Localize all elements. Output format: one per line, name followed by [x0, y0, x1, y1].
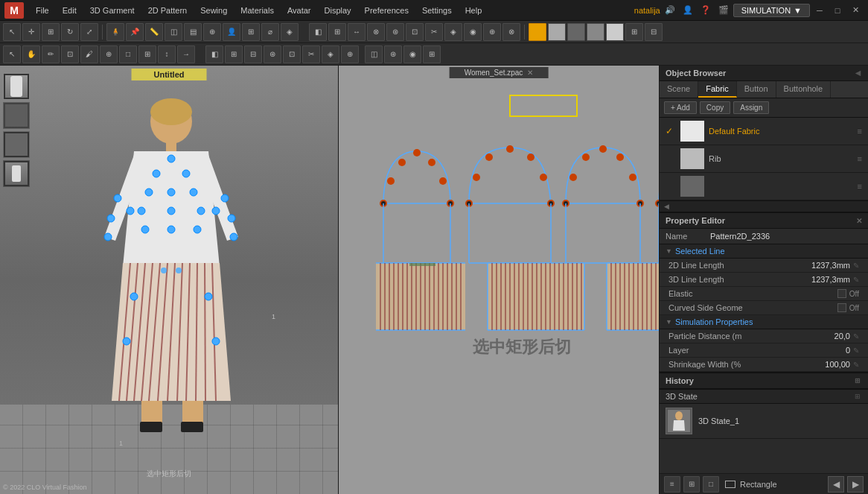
prop-elastic-checkbox[interactable]: Off	[837, 289, 859, 298]
state-settings-icon[interactable]: ⊞	[853, 392, 862, 401]
tool-arrange[interactable]: ⊕	[203, 23, 221, 41]
thumb-top[interactable]	[3, 131, 30, 158]
tab-scene[interactable]: Scene	[660, 81, 698, 98]
tool-scale[interactable]: ⤢	[80, 23, 98, 41]
tool-right3[interactable]: ↔	[348, 23, 366, 41]
bottom-btn-3[interactable]: □	[703, 476, 719, 493]
tool-avatar[interactable]: 👤	[223, 23, 240, 41]
tool2-sewing6[interactable]: ✂	[302, 45, 320, 63]
tool2-edit[interactable]: ⊡	[61, 45, 79, 63]
fabric-item-3[interactable]: ✓ ≡	[660, 173, 868, 200]
tool2-hand[interactable]: ✋	[22, 45, 40, 63]
menu-edit[interactable]: Edit	[57, 4, 83, 17]
tool2-paint[interactable]: 🖌	[80, 45, 98, 63]
simulation-button[interactable]: SIMULATION ▼	[733, 4, 810, 17]
property-editor-icon[interactable]: ✕	[856, 217, 862, 225]
nav-prev-button[interactable]: ◀	[828, 476, 844, 493]
menu-sewing[interactable]: Sewing	[194, 4, 233, 17]
tool-move[interactable]: ✛	[22, 23, 40, 41]
tool-mannequin[interactable]: 🧍	[106, 23, 124, 41]
menu-avatar[interactable]: Avatar	[281, 4, 317, 17]
tool2-extra1[interactable]: ◫	[365, 45, 383, 63]
menu-preferences[interactable]: Preferences	[359, 4, 415, 17]
color-light[interactable]	[606, 23, 624, 41]
tool-transform[interactable]: ⊞	[42, 23, 60, 41]
fabric-settings-default[interactable]: ≡	[858, 127, 862, 136]
tool-right5[interactable]: ⊛	[386, 23, 404, 41]
color-orange[interactable]	[529, 23, 546, 41]
tool-last1[interactable]: ⊞	[625, 23, 643, 41]
tool2-extra2[interactable]: ⊛	[384, 45, 402, 63]
panel-collapse-left[interactable]: ◀	[853, 69, 862, 77]
menu-help[interactable]: Help	[459, 4, 488, 17]
viewport-3d[interactable]: Untitled	[0, 66, 339, 494]
fabric-settings-3[interactable]: ≡	[858, 182, 862, 191]
history-expand-icon[interactable]: ⊞	[853, 376, 862, 385]
menu-materials[interactable]: Materials	[234, 4, 280, 17]
tool2-sewing5[interactable]: ⊡	[283, 45, 301, 63]
tool-last2[interactable]: ⊟	[645, 23, 663, 41]
thumb-front[interactable]	[3, 73, 30, 100]
tool2-sewing2[interactable]: ⊞	[225, 45, 243, 63]
prop-curved-checkbox[interactable]: Off	[837, 303, 859, 312]
tool-right2[interactable]: ⊞	[328, 23, 346, 41]
menu-file[interactable]: File	[30, 4, 55, 17]
tool2-v2[interactable]: →	[177, 45, 195, 63]
copy-button[interactable]: Copy	[700, 101, 730, 114]
tab-fabric[interactable]: Fabric	[698, 81, 737, 98]
simulation-props-header[interactable]: ▼ Simulation Properties	[660, 315, 868, 329]
tool2-select[interactable]: ↖	[3, 45, 21, 63]
thumb-side[interactable]	[3, 160, 30, 187]
pattern-close-icon[interactable]: ✕	[527, 69, 533, 77]
tool2-pen[interactable]: ✏	[42, 45, 60, 63]
prop-edit-icon-1[interactable]: ✎	[853, 262, 859, 270]
tool-right8[interactable]: ◈	[444, 23, 462, 41]
tool2-rect[interactable]: □	[119, 45, 137, 63]
section-divider-1[interactable]: ◀	[660, 200, 868, 212]
prop-edit-icon-5[interactable]: ✎	[853, 361, 859, 369]
close-icon[interactable]: ✕	[847, 2, 864, 19]
tool-measure[interactable]: 📏	[145, 23, 163, 41]
tool-spring[interactable]: ⌀	[261, 23, 279, 41]
viewport-2d[interactable]: Women_Set.zpac ✕	[339, 66, 660, 494]
add-button[interactable]: + Add	[664, 101, 697, 114]
color-gray[interactable]	[548, 23, 566, 41]
tool2-grid[interactable]: ⊞	[138, 45, 156, 63]
tool-right11[interactable]: ⊗	[502, 23, 520, 41]
selected-line-header[interactable]: ▼ Selected Line	[660, 244, 868, 259]
elastic-checkbox-box[interactable]	[837, 289, 846, 298]
bottom-btn-1[interactable]: ≡	[664, 476, 680, 493]
help-icon[interactable]: ❓	[698, 2, 714, 19]
curved-checkbox-box[interactable]	[837, 303, 846, 312]
tool-extra[interactable]: ◈	[281, 23, 299, 41]
scene-icon[interactable]: 🎬	[715, 2, 732, 19]
tool-mirror[interactable]: ⊞	[242, 23, 260, 41]
thumb-back[interactable]	[3, 102, 30, 129]
color-dark[interactable]	[567, 23, 585, 41]
prop-edit-icon-3[interactable]: ✎	[853, 332, 859, 341]
tool-select[interactable]: ↖	[3, 23, 21, 41]
menu-3d-garment[interactable]: 3D Garment	[84, 4, 141, 17]
tool-right4[interactable]: ⊗	[367, 23, 385, 41]
tool-right6[interactable]: ⊡	[406, 23, 424, 41]
tool2-sewing3[interactable]: ⊟	[244, 45, 262, 63]
tool-right7[interactable]: ✂	[425, 23, 443, 41]
maximize-icon[interactable]: □	[829, 2, 846, 19]
fabric-item-rib[interactable]: ✓ Rib ≡	[660, 145, 868, 173]
tool-rotate[interactable]: ↻	[61, 23, 79, 41]
prop-edit-icon-2[interactable]: ✎	[853, 276, 859, 284]
assign-button[interactable]: Assign	[733, 101, 769, 114]
tool-tuck[interactable]: ▤	[184, 23, 202, 41]
state-item-1[interactable]: 3D State_1	[660, 404, 868, 439]
tool-fold[interactable]: ◫	[165, 23, 182, 41]
tab-button[interactable]: Button	[737, 81, 776, 98]
tool2-sewing8[interactable]: ⊕	[341, 45, 359, 63]
nav-next-button[interactable]: ▶	[847, 476, 864, 493]
menu-display[interactable]: Display	[319, 4, 357, 17]
tool2-sewing1[interactable]: ◧	[205, 45, 223, 63]
color-mid[interactable]	[587, 23, 604, 41]
bottom-btn-2[interactable]: ⊞	[683, 476, 700, 493]
tool2-extra3[interactable]: ◉	[403, 45, 421, 63]
tool-pin[interactable]: 📌	[126, 23, 144, 41]
tool-right9[interactable]: ◉	[464, 23, 482, 41]
